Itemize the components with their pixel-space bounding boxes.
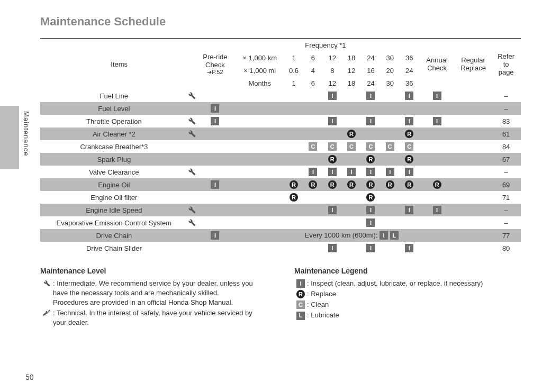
row-f4: I: [361, 204, 380, 216]
hdr-km-6: 36: [400, 51, 419, 64]
row-annual: [419, 140, 455, 153]
badge-R: R: [405, 155, 413, 163]
row-pre: [198, 89, 232, 102]
badge-I: I: [296, 279, 305, 288]
row-f0: [284, 216, 303, 229]
row-f3: I: [342, 166, 361, 178]
row-regular: [455, 191, 491, 204]
row-page: 61: [491, 127, 521, 140]
row-f3: R: [342, 178, 361, 191]
wrench-icon: [187, 205, 196, 214]
hdr-mi-2: 8: [323, 64, 342, 77]
row-annual: [419, 102, 455, 115]
hdr-mi-5: 20: [381, 64, 400, 77]
table-row: Fuel LevelI–: [40, 102, 521, 115]
table-row: Crankcase Breather*3CCCCCC84: [40, 140, 521, 153]
row-name: Engine Oil: [40, 178, 185, 191]
badge-R: R: [366, 193, 375, 202]
row-page: 83: [491, 115, 521, 127]
badge-R: R: [296, 290, 305, 298]
row-f5: [381, 115, 400, 127]
row-f0: [284, 89, 303, 102]
row-f5: R: [381, 178, 400, 191]
row-pre: [198, 191, 232, 204]
row-f2: I: [323, 166, 342, 178]
hdr-km-0: 1: [284, 51, 303, 64]
hdr-preride-text: Pre-ride Check: [198, 53, 232, 69]
row-regular: [455, 115, 491, 127]
row-annual: [419, 127, 455, 140]
row-kmlabel: [232, 153, 284, 166]
badge-I: I: [405, 168, 413, 176]
row-name: Throttle Operation: [40, 115, 185, 127]
badge-R: R: [433, 180, 441, 189]
hdr-mo-4: 24: [361, 77, 380, 89]
row-f3: [342, 204, 361, 216]
hdr-mi-1: 4: [303, 64, 322, 77]
row-f6: I: [400, 242, 419, 254]
row-regular: [455, 102, 491, 115]
row-f1: R: [303, 178, 322, 191]
row-f0: [284, 242, 303, 254]
hdr-items: Items: [40, 39, 198, 90]
badge-I: I: [309, 168, 317, 176]
row-pre: [198, 166, 232, 178]
row-kmlabel: [232, 204, 284, 216]
row-f6: I: [400, 115, 419, 127]
badge-R: R: [328, 155, 337, 163]
row-kmlabel: [232, 127, 284, 140]
row-page: 77: [491, 229, 521, 242]
row-f1: I: [303, 166, 322, 178]
row-page: –: [491, 89, 521, 102]
hdr-mi-3: 12: [342, 64, 361, 77]
row-f4: I: [361, 115, 380, 127]
row-f2: [323, 127, 342, 140]
row-f5: [381, 153, 400, 166]
row-pre: [198, 140, 232, 153]
badge-R: R: [386, 180, 394, 189]
badge-L: L: [390, 231, 399, 240]
row-regular: [455, 140, 491, 153]
hdr-preride-ref-text: P.52: [212, 69, 223, 75]
row-f5: [381, 242, 400, 254]
hdr-km-1: 6: [303, 51, 322, 64]
row-f2: R: [323, 178, 342, 191]
row-kmlabel: [232, 178, 284, 191]
legend-inter-text2: Procedures are provided in an official H…: [53, 298, 233, 306]
badge-R: R: [366, 155, 375, 163]
table-row: Air Cleaner *2RR61: [40, 127, 521, 140]
legend-level-title: Maintenance Level: [40, 266, 263, 277]
row-tool: [185, 140, 198, 153]
row-page: 80: [491, 242, 521, 254]
row-f1: [303, 191, 322, 204]
row-annual: [419, 229, 455, 242]
row-annual: I: [419, 89, 455, 102]
row-f1: [303, 204, 322, 216]
row-name: Air Cleaner *2: [40, 127, 185, 140]
row-f1: [303, 115, 322, 127]
badge-R: R: [309, 180, 317, 189]
row-name: Fuel Level: [40, 102, 185, 115]
badge-I: I: [328, 117, 337, 125]
row-f3: [342, 102, 361, 115]
row-f6: I: [400, 89, 419, 102]
row-f2: I: [323, 204, 342, 216]
row-f2: [323, 102, 342, 115]
row-page: –: [491, 102, 521, 115]
row-annual: [419, 166, 455, 178]
row-name: Spark Plug: [40, 153, 185, 166]
row-f1: C: [303, 140, 322, 153]
wrench-icon: [187, 90, 196, 100]
badge-C: C: [347, 142, 356, 151]
page-title: Maintenance Schedule: [40, 15, 521, 29]
badge-I: I: [366, 218, 375, 227]
row-f3: [342, 89, 361, 102]
row-page: 67: [491, 153, 521, 166]
row-pre: I: [198, 229, 232, 242]
row-drive-chain-slider: Drive Chain Slider I I I 80: [40, 242, 521, 254]
legend-symbols-title: Maintenance Legend: [294, 266, 517, 277]
row-f2: [323, 191, 342, 204]
row-kmlabel: [232, 229, 284, 242]
hdr-preride-ref: ➔P.52: [198, 69, 232, 76]
row-f2: I: [323, 242, 342, 254]
